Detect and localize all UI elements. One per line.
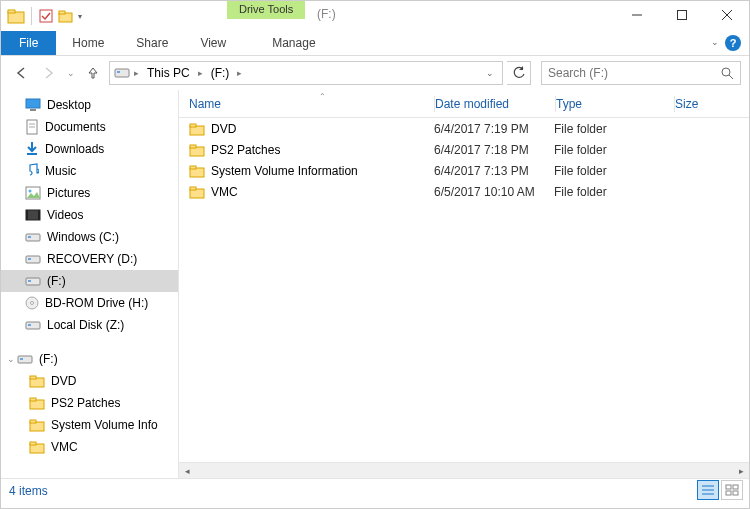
svg-rect-33 <box>28 324 31 326</box>
qat-properties-icon[interactable] <box>38 8 54 24</box>
horizontal-scrollbar[interactable]: ◂ ▸ <box>179 462 749 478</box>
svg-rect-0 <box>8 12 24 23</box>
svg-rect-1 <box>8 10 15 13</box>
scroll-right-icon[interactable]: ▸ <box>733 466 749 476</box>
recent-dropdown[interactable]: ⌄ <box>65 61 77 85</box>
folder-icon <box>29 396 45 410</box>
home-tab[interactable]: Home <box>56 31 120 55</box>
tree-item[interactable]: PS2 Patches <box>1 392 178 414</box>
svg-rect-22 <box>26 210 28 220</box>
chevron-down-icon[interactable]: ⌄ <box>7 354 15 364</box>
svg-rect-14 <box>30 109 36 111</box>
column-type[interactable]: Type <box>556 97 674 111</box>
tree-item[interactable]: Downloads <box>1 138 178 160</box>
scroll-left-icon[interactable]: ◂ <box>179 466 195 476</box>
file-row[interactable]: DVD6/4/2017 7:19 PMFile folder <box>179 118 749 139</box>
file-row[interactable]: System Volume Information6/4/2017 7:13 P… <box>179 160 749 181</box>
manage-tab[interactable]: Manage <box>256 31 331 55</box>
tree-item-label: BD-ROM Drive (H:) <box>45 296 148 310</box>
tree-item[interactable]: Desktop <box>1 94 178 116</box>
svg-rect-23 <box>38 210 40 220</box>
view-tab[interactable]: View <box>184 31 242 55</box>
tree-item-label: DVD <box>51 374 76 388</box>
qat-new-folder-icon[interactable] <box>58 8 74 24</box>
forward-button[interactable] <box>37 61 61 85</box>
file-date: 6/4/2017 7:18 PM <box>434 143 554 157</box>
file-name-cell: VMC <box>189 185 434 199</box>
file-type: File folder <box>554 164 672 178</box>
crumb-separator-icon[interactable]: ▸ <box>132 68 141 78</box>
svg-point-31 <box>31 302 34 305</box>
file-list[interactable]: DVD6/4/2017 7:19 PMFile folderPS2 Patche… <box>179 118 749 462</box>
ribbon-tabs: File Home Share View Manage ⌄ ? <box>1 31 749 56</box>
tree-item[interactable]: Documents <box>1 116 178 138</box>
tree-item[interactable]: Videos <box>1 204 178 226</box>
svg-rect-41 <box>30 420 36 423</box>
tree-item[interactable]: (F:) <box>1 270 178 292</box>
tree-item[interactable]: Windows (C:) <box>1 226 178 248</box>
navigation-pane[interactable]: DesktopDocumentsDownloadsMusicPicturesVi… <box>1 90 179 478</box>
context-tab-drive-tools[interactable]: Drive Tools <box>227 1 305 19</box>
folder-icon <box>189 185 205 199</box>
tree-item-label: System Volume Info <box>51 418 158 432</box>
tree-item-label: Desktop <box>47 98 91 112</box>
window-icon[interactable] <box>7 7 25 25</box>
file-date: 6/4/2017 7:19 PM <box>434 122 554 136</box>
search-icon[interactable] <box>721 67 734 80</box>
tree-item[interactable]: ⌄(F:) <box>1 348 178 370</box>
tree-item[interactable]: System Volume Info <box>1 414 178 436</box>
tree-item[interactable]: VMC <box>1 436 178 458</box>
file-name-cell: PS2 Patches <box>189 143 434 157</box>
tree-item[interactable]: Local Disk (Z:) <box>1 314 178 336</box>
details-view-button[interactable] <box>697 480 719 500</box>
svg-rect-35 <box>20 358 23 360</box>
file-row[interactable]: VMC6/5/2017 10:10 AMFile folder <box>179 181 749 202</box>
download-icon <box>25 141 39 157</box>
tree-item[interactable]: Pictures <box>1 182 178 204</box>
drive-icon <box>25 252 41 266</box>
refresh-button[interactable] <box>507 61 531 85</box>
tree-item[interactable]: DVD <box>1 370 178 392</box>
search-box[interactable] <box>541 61 741 85</box>
breadcrumb-drive[interactable]: (F:) <box>207 66 234 80</box>
address-dropdown-icon[interactable]: ⌄ <box>482 68 498 78</box>
file-row[interactable]: PS2 Patches6/4/2017 7:18 PMFile folder <box>179 139 749 160</box>
back-button[interactable] <box>9 61 33 85</box>
address-bar[interactable]: ▸ This PC ▸ (F:) ▸ ⌄ <box>109 61 503 85</box>
tree-item[interactable] <box>1 336 178 348</box>
search-input[interactable] <box>548 66 721 80</box>
folder-icon <box>29 374 45 388</box>
close-button[interactable] <box>704 1 749 29</box>
svg-rect-37 <box>30 376 36 379</box>
file-name: VMC <box>211 185 238 199</box>
navigation-bar: ⌄ ▸ This PC ▸ (F:) ▸ ⌄ <box>1 56 749 90</box>
tree-item-label: RECOVERY (D:) <box>47 252 137 266</box>
svg-line-12 <box>729 75 733 79</box>
column-date[interactable]: Date modified <box>435 97 555 111</box>
column-name[interactable]: Name <box>189 97 434 111</box>
crumb-separator-icon[interactable]: ▸ <box>235 68 244 78</box>
status-bar: 4 items <box>1 478 749 502</box>
share-tab[interactable]: Share <box>120 31 184 55</box>
tree-item[interactable]: Music <box>1 160 178 182</box>
disc-icon <box>25 296 39 310</box>
up-button[interactable] <box>81 61 105 85</box>
breadcrumb-this-pc[interactable]: This PC <box>143 66 194 80</box>
file-date: 6/4/2017 7:13 PM <box>434 164 554 178</box>
crumb-separator-icon[interactable]: ▸ <box>196 68 205 78</box>
qat-customize-dropdown[interactable]: ▾ <box>78 12 82 21</box>
file-tab[interactable]: File <box>1 31 56 55</box>
scroll-track[interactable] <box>195 463 733 479</box>
column-size[interactable]: Size <box>675 97 725 111</box>
ribbon-minimize-icon[interactable]: ⌄ <box>711 37 719 47</box>
tree-item[interactable]: BD-ROM Drive (H:) <box>1 292 178 314</box>
thumbnails-view-button[interactable] <box>721 480 743 500</box>
svg-rect-55 <box>726 485 731 489</box>
minimize-button[interactable] <box>614 1 659 29</box>
tree-item-label: Local Disk (Z:) <box>47 318 124 332</box>
file-type: File folder <box>554 122 672 136</box>
folder-icon <box>189 122 205 136</box>
maximize-button[interactable] <box>659 1 704 29</box>
tree-item[interactable]: RECOVERY (D:) <box>1 248 178 270</box>
help-icon[interactable]: ? <box>725 35 741 51</box>
